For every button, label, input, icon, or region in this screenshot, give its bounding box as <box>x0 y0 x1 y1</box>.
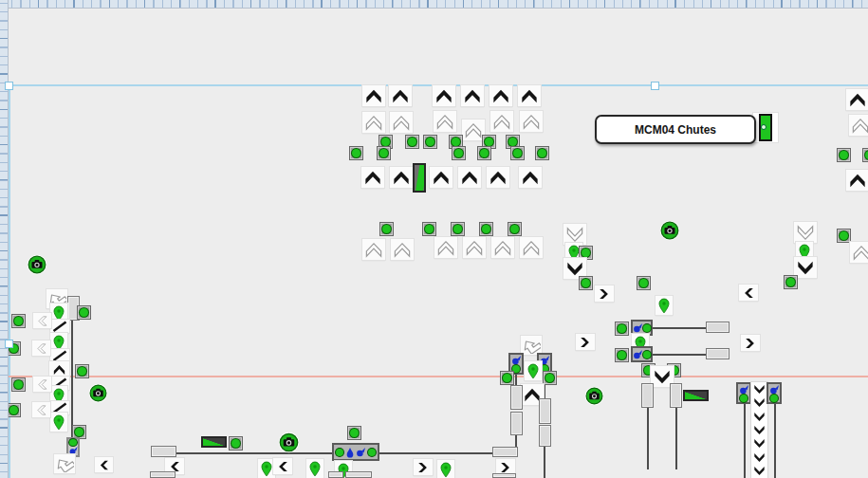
tank-shape[interactable] <box>641 383 654 408</box>
level-gauge[interactable] <box>413 163 426 193</box>
connector-line[interactable] <box>675 407 677 469</box>
chevron-up-white-icon[interactable] <box>362 239 385 260</box>
pump-status-box[interactable] <box>766 382 782 404</box>
connector-line[interactable] <box>653 327 707 329</box>
chevron-down-white-icon[interactable] <box>563 224 586 245</box>
chevron-up-white-icon[interactable] <box>849 115 868 136</box>
red-guide-line[interactable] <box>8 376 868 377</box>
chevron-up-white-icon[interactable] <box>520 237 543 258</box>
connector-line[interactable] <box>544 446 545 478</box>
status-led[interactable] <box>837 148 851 162</box>
status-led[interactable] <box>862 148 868 162</box>
chevron-up-black-icon[interactable] <box>461 85 484 106</box>
selection-handle[interactable] <box>5 340 13 348</box>
location-pin-icon[interactable] <box>656 296 673 315</box>
chevron-down-white-icon[interactable] <box>794 222 817 243</box>
connector-line[interactable] <box>647 407 649 469</box>
status-led[interactable] <box>451 222 465 236</box>
chevron-up-black-icon[interactable] <box>362 85 385 106</box>
chevron-up-white-icon[interactable] <box>434 237 457 258</box>
block-shape[interactable] <box>706 348 729 359</box>
valve-indicator[interactable] <box>753 113 778 142</box>
chevron-left-white-icon[interactable] <box>32 402 50 417</box>
tank-shape[interactable] <box>539 398 551 424</box>
chevron-left-black-icon[interactable] <box>95 457 113 472</box>
tank-shape[interactable] <box>510 385 523 410</box>
belt-segment-icon[interactable] <box>50 349 69 362</box>
selection-handle[interactable] <box>5 82 13 90</box>
tank-shape[interactable] <box>670 383 682 408</box>
chevron-up-black-icon[interactable] <box>846 89 868 110</box>
selection-handle[interactable] <box>651 82 659 90</box>
chevron-up-black-icon[interactable] <box>519 167 542 188</box>
chevron-up-black-icon[interactable] <box>430 167 452 188</box>
canvas[interactable]: MCM04 Chutes <box>0 0 868 478</box>
status-led[interactable] <box>423 135 437 149</box>
status-led[interactable] <box>615 322 629 336</box>
status-led[interactable] <box>422 222 436 236</box>
status-led[interactable] <box>637 276 651 290</box>
chevron-up-white-icon[interactable] <box>434 111 456 132</box>
status-led[interactable] <box>377 146 391 160</box>
location-pin-icon[interactable] <box>437 460 454 478</box>
chevron-up-black-icon[interactable] <box>390 167 413 188</box>
chevron-up-white-icon[interactable] <box>463 237 486 258</box>
camera-icon[interactable] <box>659 220 680 241</box>
block-shape[interactable] <box>150 471 175 478</box>
pump-cluster-box[interactable] <box>332 443 379 461</box>
camera-icon[interactable] <box>278 432 300 453</box>
belt-wedge-gauge[interactable] <box>683 390 709 401</box>
camera-icon[interactable] <box>584 386 604 406</box>
chevron-left-black-icon[interactable] <box>273 458 292 474</box>
camera-icon[interactable] <box>27 254 47 275</box>
status-led[interactable] <box>535 146 549 160</box>
status-led[interactable] <box>508 222 522 236</box>
status-led[interactable] <box>229 436 243 450</box>
status-led[interactable] <box>615 348 629 362</box>
status-led[interactable] <box>579 276 593 290</box>
chevron-left-white-icon[interactable] <box>33 377 51 392</box>
status-led[interactable] <box>11 377 26 392</box>
chevron-up-black-icon[interactable] <box>49 361 69 377</box>
status-led[interactable] <box>75 364 89 378</box>
status-led[interactable] <box>77 305 91 320</box>
status-led[interactable] <box>379 222 394 236</box>
status-led[interactable] <box>452 146 466 160</box>
status-led[interactable] <box>543 371 557 385</box>
chevron-left-white-icon[interactable] <box>33 313 51 328</box>
location-pin-icon[interactable] <box>525 361 542 380</box>
ruler-top[interactable] <box>0 0 868 9</box>
status-led[interactable] <box>477 146 491 160</box>
status-led[interactable] <box>7 403 21 417</box>
chute-chevron-stack[interactable] <box>751 382 767 478</box>
chevron-up-white-icon[interactable] <box>520 111 543 132</box>
block-shape[interactable] <box>328 471 343 478</box>
chevron-right-black-icon[interactable] <box>741 335 760 351</box>
chevron-up-white-icon[interactable] <box>491 237 514 258</box>
chevron-up-white-icon[interactable] <box>391 239 414 260</box>
chute-group-label-button[interactable]: MCM04 Chutes <box>595 115 756 144</box>
belt-segment-icon[interactable] <box>50 320 69 333</box>
selection-guide-vertical[interactable] <box>9 85 10 478</box>
status-led[interactable] <box>510 146 525 160</box>
connector-line[interactable] <box>774 402 776 478</box>
chevron-up-black-icon[interactable] <box>389 85 412 106</box>
chevron-right-black-icon[interactable] <box>414 459 433 475</box>
block-shape[interactable] <box>492 447 518 457</box>
connector-line[interactable] <box>744 402 746 478</box>
block-shape[interactable] <box>151 446 176 457</box>
status-led[interactable] <box>349 146 363 160</box>
block-shape[interactable] <box>345 471 372 478</box>
ruler-left[interactable] <box>0 0 9 478</box>
chevron-up-black-icon[interactable] <box>846 170 868 191</box>
turn-arrow-icon[interactable] <box>54 454 75 473</box>
status-led[interactable] <box>11 314 26 328</box>
status-led[interactable] <box>784 275 798 289</box>
tank-shape[interactable] <box>510 412 523 435</box>
pump-status-box[interactable] <box>736 382 751 404</box>
status-led[interactable] <box>837 229 851 243</box>
status-led[interactable] <box>405 135 419 149</box>
pump-status-box[interactable] <box>631 346 653 362</box>
block-shape[interactable] <box>492 473 516 478</box>
chevron-up-black-icon[interactable] <box>489 85 512 106</box>
